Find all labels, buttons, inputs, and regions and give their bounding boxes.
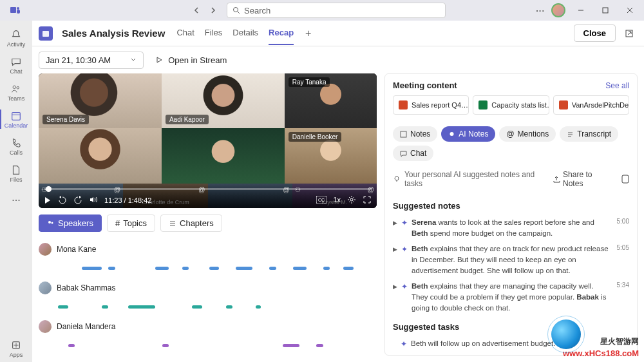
speaker-name: Mona Kane: [57, 245, 96, 254]
cc-button[interactable]: CC: [316, 196, 327, 204]
people-icon: [10, 83, 22, 95]
page-header: Sales Analysis Review Chat Files Details…: [32, 21, 644, 46]
rail-teams[interactable]: Teams: [0, 79, 32, 106]
file-card[interactable]: Capacity stats list…: [473, 95, 549, 115]
speakers-pill[interactable]: Speakers: [39, 214, 102, 232]
play-button[interactable]: [44, 196, 52, 204]
task-item[interactable]: ✦ Jon Shammas will doublerelease of the …: [393, 353, 629, 355]
suggested-tasks-heading: Suggested tasks: [393, 322, 629, 332]
speed-button[interactable]: 1x: [333, 196, 341, 204]
rail-files[interactable]: Files: [0, 160, 32, 187]
powerpoint-icon: [399, 100, 408, 110]
mentions-tab[interactable]: @Mentions: [499, 126, 556, 142]
teams-logo-icon: [9, 4, 22, 17]
participant-tile: [162, 128, 285, 183]
svg-point-17: [48, 221, 51, 224]
video-controls: 11:23 / 1:48:42 CC 1x: [39, 182, 377, 208]
file-card[interactable]: VanArsdelPitchDe…: [553, 95, 629, 115]
speakers-list: Mona Kane Babak Shammas: [39, 240, 377, 356]
note-item[interactable]: ▶ ✦ Beth explains that they are on track…: [393, 241, 629, 278]
rail-activity[interactable]: Activity: [0, 24, 32, 52]
bulb-icon: [448, 131, 455, 138]
search-input[interactable]: Search: [227, 3, 446, 18]
nav-back-button[interactable]: [189, 3, 204, 17]
svg-point-10: [18, 200, 19, 201]
see-all-link[interactable]: See all: [605, 81, 629, 90]
svg-point-3: [234, 8, 238, 12]
seek-bar[interactable]: [44, 188, 372, 190]
note-icon: [400, 131, 407, 138]
tab-chat[interactable]: Chat: [176, 21, 194, 45]
speaker-timeline[interactable]: [41, 344, 377, 348]
task-item[interactable]: ✦ Beth will follow up on advertisement b…: [393, 336, 629, 352]
device-icon[interactable]: [621, 175, 629, 184]
user-avatar[interactable]: [551, 3, 565, 17]
more-button[interactable]: ···: [536, 6, 545, 15]
window-maximize-button[interactable]: [596, 1, 614, 19]
svg-rect-19: [401, 131, 406, 137]
transcript-icon: [567, 131, 574, 138]
hash-icon: #: [115, 218, 120, 228]
popout-button[interactable]: [621, 25, 638, 42]
expand-icon[interactable]: ▶: [393, 283, 397, 291]
participant-tile: Aadi Kapoor: [162, 73, 285, 128]
tab-details[interactable]: Details: [232, 21, 258, 45]
chat-tab-panel[interactable]: Chat: [393, 146, 433, 161]
window-close-button[interactable]: [621, 1, 639, 19]
speaker-name: Babak Shammas: [57, 283, 115, 292]
svg-rect-22: [622, 175, 629, 183]
speaker-timeline[interactable]: [41, 305, 377, 309]
meeting-video[interactable]: Serena Davis Aadi Kapoor Ray Tanaka Dani…: [39, 73, 377, 208]
share-to-notes-link[interactable]: Share to Notes: [553, 170, 614, 188]
speaker-row[interactable]: Daniela Mandera: [39, 317, 377, 336]
tab-files[interactable]: Files: [205, 21, 222, 45]
svg-point-6: [17, 86, 19, 89]
video-time: 11:23 / 1:48:42: [104, 196, 151, 204]
timestamp: 5:34: [617, 281, 629, 291]
list-icon: [169, 220, 176, 227]
skip-back-button[interactable]: [58, 195, 67, 204]
people-icon: [47, 220, 55, 227]
expand-icon[interactable]: ▶: [393, 245, 397, 254]
svg-rect-4: [603, 8, 608, 13]
phone-icon: [10, 137, 22, 149]
rail-calendar[interactable]: Calendar: [0, 106, 32, 133]
transcript-tab[interactable]: Transcript: [560, 126, 618, 142]
fullscreen-button[interactable]: [363, 195, 372, 204]
bulb-icon: ✦: [401, 281, 408, 292]
open-in-stream-link[interactable]: Open in Stream: [150, 52, 232, 68]
settings-button[interactable]: [347, 195, 356, 204]
participant-tile: Ray Tanaka: [285, 73, 377, 128]
ai-notes-hint: Your personal AI suggested notes and tas…: [404, 170, 553, 188]
skip-forward-button[interactable]: [73, 195, 82, 204]
rail-more[interactable]: [0, 187, 32, 214]
chapters-pill[interactable]: Chapters: [160, 214, 222, 232]
close-button[interactable]: Close: [574, 24, 616, 42]
nav-forward-button[interactable]: [206, 3, 220, 17]
expand-icon[interactable]: ▶: [393, 219, 397, 227]
app-rail: Activity Chat Teams Calendar Calls Files…: [0, 21, 32, 362]
speaker-row[interactable]: Babak Shammas: [39, 278, 377, 298]
note-item[interactable]: ▶ ✦ Serena wants to look at the sales re…: [393, 214, 629, 241]
rail-calls[interactable]: Calls: [0, 133, 32, 160]
apps-icon: [10, 339, 22, 351]
window-minimize-button[interactable]: [572, 1, 590, 19]
rail-chat[interactable]: Chat: [0, 52, 32, 79]
tab-recap[interactable]: Recap: [269, 21, 294, 45]
avatar: [39, 243, 52, 256]
suggested-notes-heading: Suggested notes: [393, 201, 629, 211]
page-title: Sales Analysis Review: [62, 28, 165, 39]
date-selector[interactable]: Jan 21, 10:30 AM: [39, 52, 144, 69]
file-card[interactable]: Sales report Q4…: [393, 95, 469, 115]
speaker-row[interactable]: Mona Kane: [39, 240, 377, 259]
add-tab-button[interactable]: +: [303, 28, 314, 39]
volume-button[interactable]: [89, 195, 98, 204]
speaker-timeline[interactable]: [41, 267, 377, 271]
topics-pill[interactable]: #Topics: [107, 214, 155, 232]
ai-notes-tab[interactable]: AI Notes: [441, 126, 495, 142]
rail-apps[interactable]: Apps: [0, 335, 32, 362]
chat-icon: [10, 56, 22, 68]
ellipsis-icon: [10, 195, 22, 206]
notes-tab[interactable]: Notes: [393, 126, 437, 142]
note-item[interactable]: ▶ ✦ Beth explains that they are managing…: [393, 278, 629, 316]
